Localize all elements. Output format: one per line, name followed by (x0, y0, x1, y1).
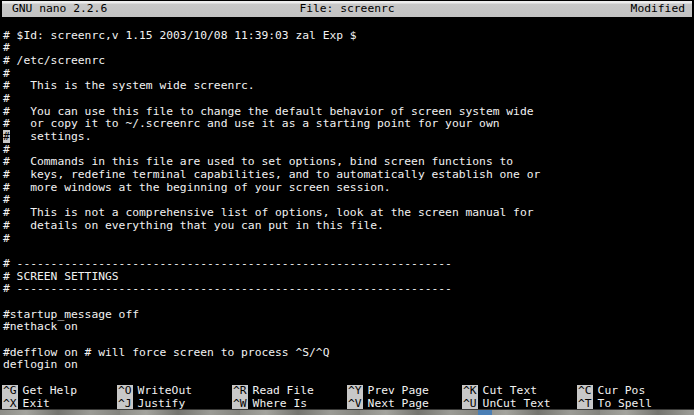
editor-line (3, 245, 694, 258)
shortcut-ctrl-y: ^YPrev Page (347, 385, 462, 398)
editor-line: # --------------------------------------… (3, 283, 694, 296)
editor-line (3, 334, 694, 347)
shortcut-label: To Spell (598, 398, 652, 410)
editor-line: # This is not a comprehensive list of op… (3, 207, 694, 220)
shortcut-label: Exit (23, 398, 50, 410)
editor-line: # keys, redefine terminal capabilities, … (3, 169, 694, 182)
editor-line: #nethack on (3, 321, 694, 334)
editor-line: # This is the system wide screenrc. (3, 80, 694, 93)
shortcut-ctrl-g: ^GGet Help (2, 385, 117, 398)
terminal-window[interactable]: GNU nano 2.2.6 File: screenrc Modified #… (0, 0, 694, 415)
editor-line (3, 296, 694, 309)
editor-line: #startup_message off (3, 309, 694, 322)
editor-content[interactable]: # $Id: screenrc,v 1.15 2003/10/08 11:39:… (3, 30, 694, 373)
shortcut-ctrl-r: ^RRead File (232, 385, 347, 398)
shortcut-label: Cut Text (483, 385, 537, 397)
desktop-edge-strip (0, 409, 694, 415)
editor-line: #defflow on # will force screen to proce… (3, 347, 694, 360)
desktop-edge-accent (478, 410, 492, 415)
editor-line: # --------------------------------------… (3, 258, 694, 271)
text-cursor: # (3, 130, 10, 143)
shortcut-label: Prev Page (368, 385, 429, 397)
shortcut-row: ^GGet Help^OWriteOut^RRead File^YPrev Pa… (2, 385, 692, 398)
shortcut-key: ^Y (347, 385, 363, 398)
editor-line: # $Id: screenrc,v 1.15 2003/10/08 11:39:… (3, 30, 694, 43)
app-version-label: GNU nano 2.2.6 (2, 1, 299, 17)
editor-line: # settings. (3, 131, 694, 144)
editor-line: # or copy it to ~/.screenrc and use it a… (3, 118, 694, 131)
file-name-label: File: screenrc (299, 1, 394, 17)
shortcut-label: Where Is (253, 398, 307, 410)
shortcut-bar: ^GGet Help^OWriteOut^RRead File^YPrev Pa… (2, 385, 692, 410)
shortcut-ctrl-c: ^CCur Pos (577, 385, 692, 398)
shortcut-label: Next Page (368, 398, 429, 410)
shortcut-label: Read File (253, 385, 314, 397)
editor-line: # /etc/screenrc (3, 55, 694, 68)
shortcut-key: ^G (2, 385, 18, 398)
shortcut-key: ^C (577, 385, 593, 398)
shortcut-ctrl-o: ^OWriteOut (117, 385, 232, 398)
shortcut-key: ^O (117, 385, 133, 398)
editor-line: deflogin on (3, 359, 694, 372)
editor-line: # (3, 93, 694, 106)
modified-badge: Modified (395, 1, 692, 17)
shortcut-label: UnCut Text (483, 398, 551, 410)
shortcut-key: ^K (462, 385, 478, 398)
shortcut-label: Justify (138, 398, 186, 410)
shortcut-label: Cur Pos (598, 385, 646, 397)
shortcut-label: Get Help (23, 385, 77, 397)
editor-line: # (3, 42, 694, 55)
editor-line: # (3, 233, 694, 246)
editor-line: # more windows at the beginning of your … (3, 182, 694, 195)
shortcut-key: ^R (232, 385, 248, 398)
editor-line: # details on everything that you can put… (3, 220, 694, 233)
shortcut-label: WriteOut (138, 385, 192, 397)
shortcut-ctrl-k: ^KCut Text (462, 385, 577, 398)
nano-title-bar: GNU nano 2.2.6 File: screenrc Modified (2, 1, 692, 17)
